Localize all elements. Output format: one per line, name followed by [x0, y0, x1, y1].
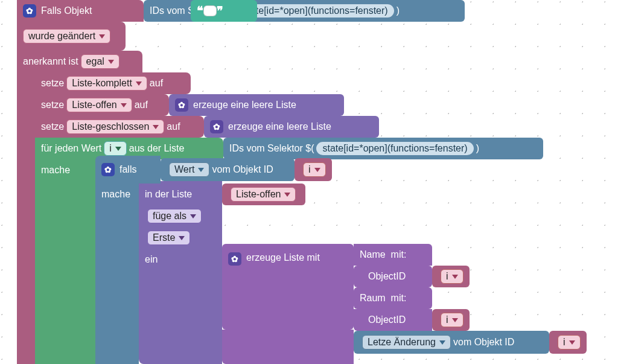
- add-as-dd[interactable]: füge als: [147, 209, 202, 223]
- loop-do: mache: [35, 159, 95, 181]
- create-list[interactable]: ✿ erzeuge Liste mit: [222, 244, 354, 330]
- selector-field-2[interactable]: state[id=*open](functions=fenster): [316, 142, 473, 155]
- mklist-r1a: Name mit:: [354, 244, 432, 266]
- gear-icon[interactable]: ✿: [101, 163, 115, 176]
- set2-var[interactable]: Liste-offen: [66, 98, 132, 112]
- lastchange-block[interactable]: Letze Änderung vom Objekt ID: [354, 331, 549, 354]
- add-as-row: füge als: [139, 205, 222, 227]
- list-var[interactable]: Liste-offen: [222, 184, 305, 205]
- var-i-2[interactable]: i: [432, 266, 470, 287]
- var-i-3[interactable]: i: [432, 309, 470, 331]
- ids-block-2[interactable]: IDs vom Selektor $( state[id=*open](func…: [223, 138, 543, 159]
- string-input[interactable]: [203, 5, 217, 16]
- quote-icon: ❞: [217, 4, 223, 18]
- set1-row[interactable]: setze Liste-komplett auf: [35, 72, 191, 94]
- ack-dd[interactable]: egal: [81, 54, 119, 69]
- first-row: Erste: [139, 227, 222, 249]
- get-value[interactable]: Wert vom Objekt ID: [161, 158, 295, 181]
- if-do: mache: [95, 184, 139, 205]
- first-dd[interactable]: Erste: [147, 231, 190, 245]
- quote-icon: ❝: [197, 4, 203, 18]
- emptylist-2[interactable]: ✿ erzeuge eine leere Liste: [204, 116, 379, 138]
- gear-icon[interactable]: ✿: [23, 4, 36, 18]
- emptylist-1[interactable]: ✿ erzeuge eine leere Liste: [169, 94, 344, 116]
- set3-var[interactable]: Liste-geschlossen: [66, 120, 164, 134]
- set2-row[interactable]: setze Liste-offen auf: [35, 94, 169, 116]
- ids-close: ): [397, 5, 400, 16]
- selector-field-1[interactable]: state[id=*open](functions=fenster): [237, 4, 393, 18]
- set3-row[interactable]: setze Liste-geschlossen auf: [35, 116, 204, 138]
- create-list-ext: [222, 330, 354, 364]
- ack-row: anerkannt ist egal: [17, 51, 142, 72]
- ein-row: ein: [139, 249, 222, 270]
- if-header[interactable]: ✿ falls: [95, 156, 161, 184]
- set1-var[interactable]: Liste-komplett: [66, 76, 147, 91]
- changed-row: wurde geändert: [17, 22, 126, 51]
- trigger-header[interactable]: ✿ Falls Objekt: [17, 0, 144, 22]
- var-i-4[interactable]: i: [549, 331, 587, 354]
- trigger-prefix: Falls Objekt: [41, 5, 92, 16]
- mklist-r1b: ObjectID: [354, 266, 432, 287]
- in-list-row[interactable]: in der Liste: [139, 184, 222, 205]
- i-dd[interactable]: i: [303, 162, 326, 177]
- gear-icon[interactable]: ✿: [228, 252, 241, 266]
- mklist-r2a: Raum mit:: [354, 287, 432, 309]
- string-literal[interactable]: ❝ ❞: [191, 0, 257, 22]
- ack-label: anerkannt ist: [23, 56, 78, 67]
- lastchange-dd[interactable]: Letze Änderung: [362, 335, 451, 350]
- wert-dd[interactable]: Wert: [169, 162, 209, 177]
- var-i-1[interactable]: i: [295, 158, 332, 181]
- gear-icon[interactable]: ✿: [210, 120, 223, 133]
- mklist-r2b: ObjectID: [354, 309, 432, 331]
- loop-var[interactable]: i: [104, 141, 127, 156]
- changed-dd[interactable]: wurde geändert: [23, 29, 110, 43]
- gear-icon[interactable]: ✿: [175, 98, 188, 112]
